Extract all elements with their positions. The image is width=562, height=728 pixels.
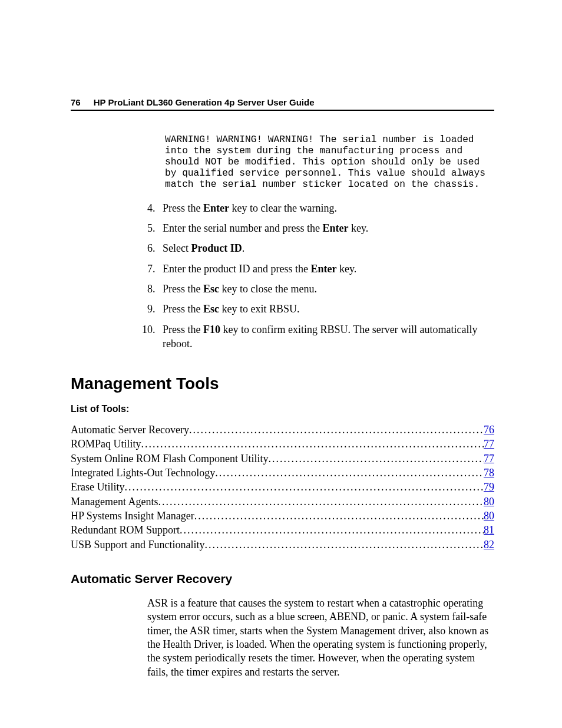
toc-dots [194,509,484,523]
toc-page-link[interactable]: 82 [484,538,494,552]
toc-dots [269,452,484,466]
toc-page-link[interactable]: 79 [484,480,494,494]
toc-page-link[interactable]: 77 [484,437,494,451]
toc-page-link[interactable]: 80 [484,495,494,509]
toc-page-link[interactable]: 80 [484,509,494,523]
body-paragraph: ASR is a feature that causes the system … [147,597,494,679]
toc-row: Automatic Server Recovery 76 [71,423,494,437]
toc-title: Erase Utility [71,480,124,494]
step-7: Enter the product ID and press the Enter… [158,262,494,276]
toc-row: Management Agents 80 [71,495,494,509]
toc-dots [189,423,484,437]
toc-page-link[interactable]: 77 [484,452,494,466]
header-title: HP ProLiant DL360 Generation 4p Server U… [94,97,315,107]
toc-title: Redundant ROM Support [71,523,180,537]
step-10: Press the F10 key to confirm exiting RBS… [158,322,494,351]
toc-list: Automatic Server Recovery 76 ROMPaq Util… [71,423,494,552]
list-of-tools-label: List of Tools: [71,404,494,414]
warning-block: WARNING! WARNING! WARNING! The serial nu… [165,134,494,190]
toc-dots [205,538,484,552]
toc-title: System Online ROM Flash Component Utilit… [71,452,269,466]
step-5: Enter the serial number and press the En… [158,221,494,235]
toc-dots [141,437,484,451]
toc-title: ROMPaq Utility [71,437,141,451]
step-9: Press the Esc key to exit RBSU. [158,302,494,316]
toc-dots [215,466,484,480]
document-page: 76 HP ProLiant DL360 Generation 4p Serve… [0,0,562,679]
toc-page-link[interactable]: 78 [484,466,494,480]
toc-page-link[interactable]: 81 [484,523,494,537]
toc-row: Integrated Lights-Out Technology 78 [71,466,494,480]
toc-title: USB Support and Functionality [71,538,205,552]
toc-title: HP Systems Insight Manager [71,509,194,523]
toc-row: Redundant ROM Support 81 [71,523,494,537]
toc-title: Automatic Server Recovery [71,423,189,437]
toc-title: Management Agents [71,495,158,509]
page-number: 76 [71,97,81,107]
toc-dots [158,495,484,509]
toc-page-link[interactable]: 76 [484,423,494,437]
section-heading: Management Tools [71,374,494,393]
step-4: Press the Enter key to clear the warning… [158,201,494,215]
step-8: Press the Esc key to close the menu. [158,282,494,296]
step-6: Select Product ID. [158,241,494,255]
toc-row: System Online ROM Flash Component Utilit… [71,452,494,466]
toc-dots [180,523,484,537]
toc-row: Erase Utility 79 [71,480,494,494]
toc-row: HP Systems Insight Manager 80 [71,509,494,523]
steps-list: Press the Enter key to clear the warning… [71,201,494,351]
toc-row: USB Support and Functionality 82 [71,538,494,552]
toc-title: Integrated Lights-Out Technology [71,466,215,480]
page-header: 76 HP ProLiant DL360 Generation 4p Serve… [71,97,494,111]
toc-row: ROMPaq Utility 77 [71,437,494,451]
subsection-heading: Automatic Server Recovery [71,572,494,586]
toc-dots [124,480,484,494]
